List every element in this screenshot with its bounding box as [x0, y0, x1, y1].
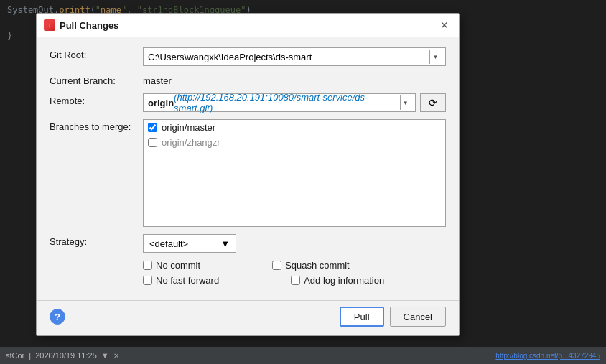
statusbar-close-icon[interactable]: ✕ [113, 352, 119, 360]
branches-control: origin/master origin/zhangzr [143, 119, 446, 227]
add-log-info-checkbox-item[interactable]: Add log information [291, 275, 384, 286]
squash-commit-label: Squash commit [285, 260, 350, 271]
current-branch-label: Current Branch: [50, 73, 143, 86]
current-branch-value: master [143, 73, 172, 86]
strategy-value: <default> [149, 238, 188, 249]
git-root-select[interactable]: C:\Users\wangxk\IdeaProjects\ds-smart ▼ [143, 47, 446, 66]
git-root-label: Git Root: [50, 47, 143, 60]
no-commit-checkbox-item[interactable]: No commit [143, 260, 200, 271]
no-fast-forward-checkbox[interactable] [143, 276, 152, 285]
remote-input-row: origin (http://192.168.20.191:10080/smar… [143, 93, 446, 112]
close-button[interactable]: ✕ [437, 18, 452, 32]
git-icon: ↓ [44, 19, 55, 31]
strategy-arrow-icon: ▼ [220, 238, 230, 249]
branches-label-text: Branches to merge: [50, 121, 131, 132]
help-button[interactable]: ? [50, 309, 65, 325]
statusbar-time: 2020/10/19 11:25 [35, 351, 97, 360]
no-fast-forward-label: No fast forward [156, 275, 219, 286]
git-root-control: C:\Users\wangxk\IdeaProjects\ds-smart ▼ [143, 47, 446, 66]
remote-control: origin (http://192.168.20.191:10080/smar… [143, 93, 446, 112]
dialog-titlebar: ↓ Pull Changes ✕ [37, 14, 459, 37]
git-root-arrow-icon: ▼ [429, 50, 441, 64]
dialog-footer: ? Pull Cancel [37, 300, 459, 335]
pull-button[interactable]: Pull [340, 307, 384, 327]
remote-url: (http://192.168.20.191:10080/smart-servi… [174, 92, 397, 113]
remote-arrow-icon: ▼ [400, 95, 411, 110]
checkbox-row-1: No commit Squash commit [143, 260, 446, 271]
git-root-row: Git Root: C:\Users\wangxk\IdeaProjects\d… [50, 47, 446, 66]
branches-label: Branches to merge: [50, 119, 143, 132]
branch-label-master: origin/master [162, 122, 215, 133]
strategy-control: <default> ▼ [143, 234, 446, 253]
strategy-row: Strategy: <default> ▼ [50, 234, 446, 253]
checkbox-row-2: No fast forward Add log information [143, 275, 446, 286]
statusbar-link[interactable]: http://blog.csdn.net/p...43272945 [495, 352, 600, 360]
remote-label: Remote: [50, 93, 143, 106]
current-branch-row: Current Branch: master [50, 73, 446, 86]
refresh-button[interactable]: ⟳ [420, 93, 446, 112]
squash-commit-checkbox-item[interactable]: Squash commit [272, 260, 350, 271]
strategy-select[interactable]: <default> ▼ [143, 234, 236, 253]
branch-item-zhangzr[interactable]: origin/zhangzr [144, 135, 445, 150]
branches-row: Branches to merge: origin/master origin/… [50, 119, 446, 227]
remote-select[interactable]: origin (http://192.168.20.191:10080/smar… [143, 93, 416, 112]
branches-list: origin/master origin/zhangzr [143, 119, 446, 227]
no-fast-forward-checkbox-item[interactable]: No fast forward [143, 275, 219, 286]
add-log-info-checkbox[interactable] [291, 276, 300, 285]
remote-row: Remote: origin (http://192.168.20.191:10… [50, 93, 446, 112]
pull-changes-dialog: ↓ Pull Changes ✕ Git Root: C:\Users\wang… [36, 13, 460, 336]
statusbar: stCor | 2020/10/19 11:25 ▼ ✕ http://blog… [0, 347, 606, 364]
branch-checkbox-master[interactable] [148, 123, 157, 132]
branch-checkbox-zhangzr[interactable] [148, 138, 157, 147]
dialog-title-left: ↓ Pull Changes [44, 19, 118, 31]
add-log-info-label: Add log information [304, 275, 384, 286]
dialog-title: Pull Changes [60, 20, 118, 31]
statusbar-left: stCor | 2020/10/19 11:25 ▼ ✕ [6, 351, 119, 360]
no-commit-checkbox[interactable] [143, 261, 152, 270]
dialog-body: Git Root: C:\Users\wangxk\IdeaProjects\d… [37, 37, 459, 300]
strategy-label-text: Strategy: [50, 236, 87, 247]
statusbar-branch: stCor [6, 351, 24, 360]
branch-item-master[interactable]: origin/master [144, 120, 445, 135]
statusbar-dropdown-icon[interactable]: ▼ [101, 351, 109, 360]
git-root-value: C:\Users\wangxk\IdeaProjects\ds-smart [148, 52, 426, 62]
no-commit-label: No commit [156, 260, 200, 271]
branch-label-zhangzr: origin/zhangzr [162, 137, 220, 148]
remote-name: origin [148, 98, 174, 108]
cancel-button[interactable]: Cancel [390, 307, 446, 327]
strategy-label: Strategy: [50, 234, 143, 247]
statusbar-separator: | [29, 351, 31, 360]
footer-right: Pull Cancel [340, 307, 446, 327]
squash-commit-checkbox[interactable] [272, 261, 281, 270]
footer-left: ? [50, 309, 65, 325]
checkboxes-section: No commit Squash commit No fast forward … [143, 260, 446, 286]
